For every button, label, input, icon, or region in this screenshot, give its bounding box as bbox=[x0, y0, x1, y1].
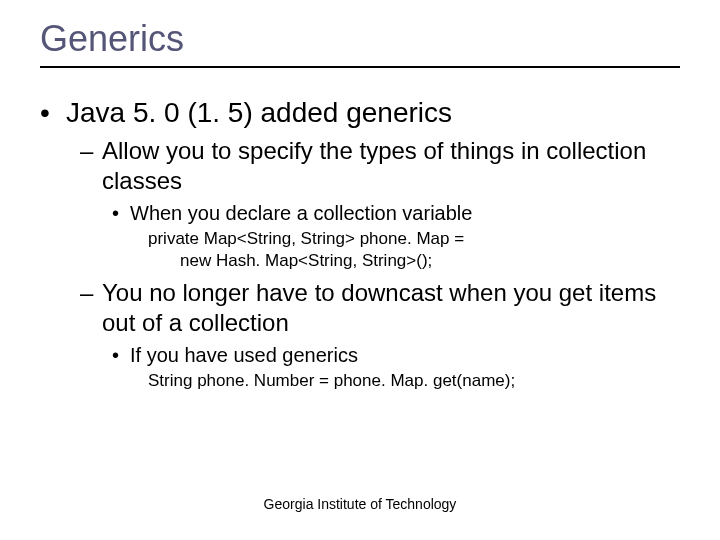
bullet-level2: – You no longer have to downcast when yo… bbox=[80, 278, 680, 338]
slide: Generics • Java 5. 0 (1. 5) added generi… bbox=[0, 0, 720, 540]
bullet-text: If you have used generics bbox=[130, 342, 680, 368]
bullet-dot-icon: • bbox=[112, 342, 130, 368]
code-line: String phone. Number = phone. Map. get(n… bbox=[148, 370, 680, 392]
slide-body: • Java 5. 0 (1. 5) added generics – Allo… bbox=[40, 90, 680, 392]
code-line: new Hash. Map<String, String>(); bbox=[180, 250, 680, 272]
slide-title: Generics bbox=[40, 18, 184, 60]
bullet-dot-icon: • bbox=[112, 200, 130, 226]
bullet-dot-icon: • bbox=[40, 96, 66, 130]
bullet-text: Allow you to specify the types of things… bbox=[102, 136, 680, 196]
title-underline bbox=[40, 66, 680, 68]
bullet-text: When you declare a collection variable bbox=[130, 200, 680, 226]
code-text: new Hash. Map<String, String>(); bbox=[180, 250, 680, 272]
slide-footer: Georgia Institute of Technology bbox=[0, 496, 720, 512]
bullet-level1: • Java 5. 0 (1. 5) added generics bbox=[40, 96, 680, 130]
bullet-dash-icon: – bbox=[80, 278, 102, 338]
code-line: private Map<String, String> phone. Map = bbox=[148, 228, 680, 250]
bullet-text: Java 5. 0 (1. 5) added generics bbox=[66, 96, 680, 130]
bullet-level2: – Allow you to specify the types of thin… bbox=[80, 136, 680, 196]
bullet-level3: • When you declare a collection variable bbox=[112, 200, 680, 226]
bullet-text: You no longer have to downcast when you … bbox=[102, 278, 680, 338]
code-text: String phone. Number = phone. Map. get(n… bbox=[148, 370, 680, 392]
code-text: private Map<String, String> phone. Map = bbox=[148, 228, 680, 250]
bullet-dash-icon: – bbox=[80, 136, 102, 196]
bullet-level3: • If you have used generics bbox=[112, 342, 680, 368]
